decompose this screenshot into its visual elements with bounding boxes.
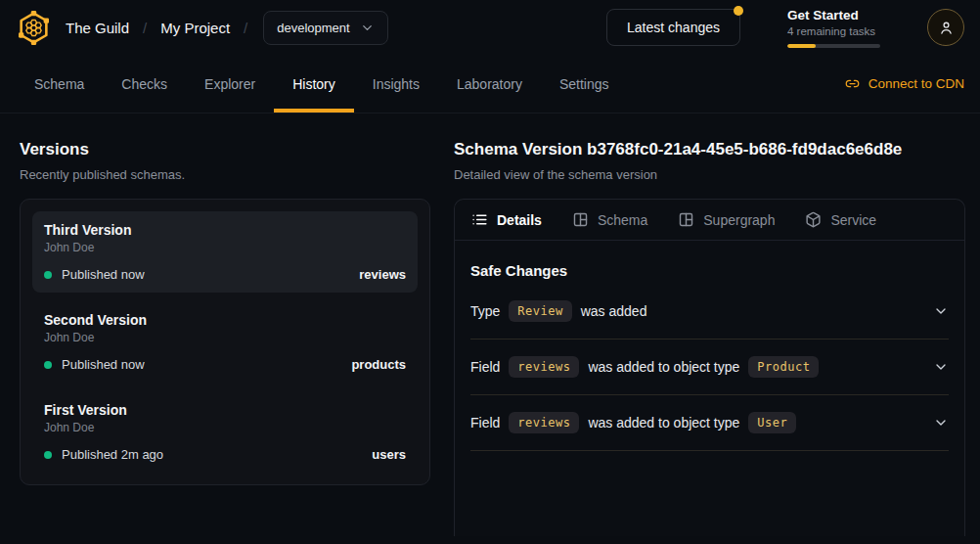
versions-title: Versions xyxy=(20,140,430,159)
schema-version-panel: Details Schema Supergraph Service Safe C… xyxy=(454,199,965,536)
detail-tab[interactable]: Schema xyxy=(572,211,647,228)
versions-list: Third Version John Doe Published now rev… xyxy=(20,199,430,485)
nav-tab[interactable]: Explorer xyxy=(186,55,274,113)
change-text: Type xyxy=(470,303,500,319)
code-badge: Product xyxy=(748,356,819,378)
safe-changes-title: Safe Changes xyxy=(470,254,949,284)
top-bar-right: Latest changes Get Started 4 remaining t… xyxy=(606,8,964,48)
detail-tab[interactable]: Service xyxy=(805,211,876,228)
published-time: Published 2m ago xyxy=(62,447,163,462)
nav-tab-label: Explorer xyxy=(204,76,255,92)
version-author: John Doe xyxy=(44,331,406,344)
chevron-down-icon[interactable] xyxy=(933,359,949,375)
get-started-widget[interactable]: Get Started 4 remaining tasks xyxy=(787,8,880,48)
change-text: was added xyxy=(581,303,647,319)
version-title: First Version xyxy=(44,402,406,418)
service-name: reviews xyxy=(359,267,406,282)
detail-content: Safe Changes TypeReviewwas added Fieldre… xyxy=(455,241,964,451)
nav-tab[interactable]: Insights xyxy=(354,55,438,113)
code-badge: User xyxy=(748,412,796,433)
detail-tab-icon xyxy=(471,211,488,228)
nav-tab-label: Insights xyxy=(373,76,420,92)
connect-to-cdn-link[interactable]: Connect to CDN xyxy=(845,76,964,91)
change-description: Fieldreviewswas added to object typeUser xyxy=(470,412,796,433)
main-content: Versions Recently published schemas. Thi… xyxy=(0,113,980,536)
nav-tab[interactable]: History xyxy=(274,55,354,113)
user-avatar[interactable] xyxy=(927,9,964,46)
schema-version-subtitle: Detailed view of the schema version xyxy=(454,167,965,182)
detail-tab-label: Schema xyxy=(598,212,647,228)
version-author: John Doe xyxy=(44,421,406,434)
change-text: Field xyxy=(470,359,500,375)
app-window: The Guild / My Project / development Lat… xyxy=(0,0,980,544)
breadcrumb-separator: / xyxy=(244,20,247,36)
nav-tab-label: Settings xyxy=(559,76,609,92)
change-text: was added to object type xyxy=(588,359,739,375)
nav-tab[interactable]: Settings xyxy=(541,55,628,113)
nav-tab-label: History xyxy=(292,76,335,92)
change-text: was added to object type xyxy=(588,415,739,431)
main-nav: Schema Checks Explorer History Insights … xyxy=(0,55,980,113)
latest-changes-button[interactable]: Latest changes xyxy=(606,9,740,46)
nav-tab[interactable]: Schema xyxy=(16,55,103,113)
detail-tab[interactable]: Details xyxy=(471,211,542,228)
breadcrumb-project[interactable]: My Project xyxy=(160,20,230,36)
person-icon xyxy=(938,20,955,36)
notification-dot xyxy=(734,6,743,16)
latest-changes-label: Latest changes xyxy=(627,20,720,35)
version-author: John Doe xyxy=(44,241,406,254)
code-badge: reviews xyxy=(509,356,579,378)
published-status-dot xyxy=(44,271,52,279)
detail-column: Schema Version b3768fc0-21a4-45e5-b686-f… xyxy=(454,140,965,536)
detail-tab-icon xyxy=(572,211,589,228)
version-meta-row: Published 2m ago users xyxy=(44,447,406,462)
version-list-item[interactable]: Third Version John Doe Published now rev… xyxy=(32,211,418,293)
version-meta-row: Published now products xyxy=(44,357,406,372)
nav-tab-label: Checks xyxy=(121,76,167,92)
chevron-down-icon[interactable] xyxy=(933,415,949,431)
published-status-dot xyxy=(44,361,52,369)
chevron-down-icon xyxy=(360,21,375,35)
code-badge: Review xyxy=(509,300,571,322)
detail-tab-label: Service xyxy=(830,212,876,228)
version-list-item[interactable]: First Version John Doe Published 2m ago … xyxy=(32,391,418,473)
code-badge: reviews xyxy=(509,412,579,433)
versions-column: Versions Recently published schemas. Thi… xyxy=(20,140,430,485)
version-title: Second Version xyxy=(44,312,406,328)
hive-logo-icon[interactable] xyxy=(16,10,52,46)
published-time: Published now xyxy=(62,267,145,282)
breadcrumb-org[interactable]: The Guild xyxy=(66,20,129,36)
detail-tab[interactable]: Supergraph xyxy=(678,211,775,228)
schema-change-row[interactable]: TypeReviewwas added xyxy=(470,284,949,340)
detail-tab-icon xyxy=(805,211,822,228)
version-list-item[interactable]: Second Version John Doe Published now pr… xyxy=(32,301,418,383)
changes-list: TypeReviewwas added Fieldreviewswas adde… xyxy=(470,284,949,451)
detail-tabs-list: Details Schema Supergraph Service xyxy=(455,200,964,241)
nav-tab[interactable]: Checks xyxy=(103,55,186,113)
versions-subtitle: Recently published schemas. xyxy=(20,167,430,182)
environment-selector-value: development xyxy=(277,21,349,35)
service-name: products xyxy=(351,357,406,372)
change-description: TypeReviewwas added xyxy=(470,300,646,322)
nav-tab-label: Schema xyxy=(34,76,84,92)
get-started-progress-bar xyxy=(787,44,880,48)
change-description: Fieldreviewswas added to object typeProd… xyxy=(470,356,819,378)
chevron-down-icon[interactable] xyxy=(933,303,949,319)
schema-change-row[interactable]: Fieldreviewswas added to object typeProd… xyxy=(470,340,949,395)
change-text: Field xyxy=(470,415,500,431)
environment-selector[interactable]: development xyxy=(263,11,387,45)
detail-tab-label: Details xyxy=(497,212,542,228)
get-started-title: Get Started xyxy=(787,8,880,23)
connect-to-cdn-label: Connect to CDN xyxy=(869,76,964,91)
nav-tab[interactable]: Laboratory xyxy=(438,55,541,113)
nav-right: Connect to CDN xyxy=(845,55,964,113)
published-time: Published now xyxy=(62,357,145,372)
service-name: users xyxy=(372,447,406,462)
schema-change-row[interactable]: Fieldreviewswas added to object typeUser xyxy=(470,395,949,451)
top-bar: The Guild / My Project / development Lat… xyxy=(0,0,980,55)
version-title: Third Version xyxy=(44,222,406,238)
breadcrumb-separator: / xyxy=(143,20,147,36)
nav-tabs-list: Schema Checks Explorer History Insights … xyxy=(16,55,628,113)
version-meta-row: Published now reviews xyxy=(44,267,406,282)
detail-tab-label: Supergraph xyxy=(703,212,775,228)
